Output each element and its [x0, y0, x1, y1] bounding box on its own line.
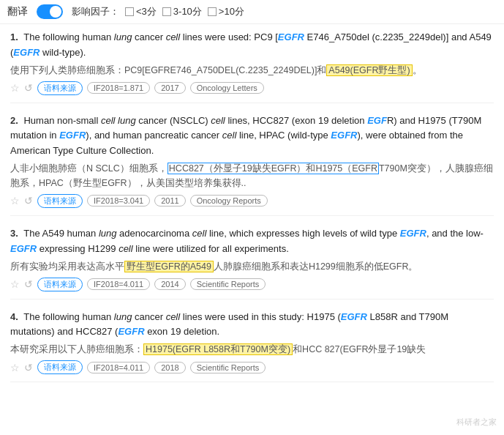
r3-cn-highlight: 野生型EGFR的A549	[124, 261, 214, 272]
filter-label-1: <3分	[136, 5, 157, 18]
result-2-meta: ☆ ↺ 语料来源 IF2018=3.041 2011 Oncology Repo…	[10, 194, 494, 208]
tag-if-3[interactable]: IF2018=4.011	[87, 278, 150, 290]
result-num-2: 2.	[10, 115, 18, 126]
translate-label: 翻译	[7, 5, 28, 18]
result-num-1: 1.	[10, 31, 18, 42]
tag-if-4[interactable]: IF2018=4.011	[87, 362, 150, 373]
result-item-3: 3. The A549 human lung adenocarcinoma ce…	[10, 226, 494, 300]
filter-label-2: 3-10分	[173, 5, 202, 18]
r2-t5: ), and human pancreatic cancer	[86, 130, 222, 141]
r3-cell2: cell	[119, 243, 133, 254]
r4-cn-highlight: H1975(EGFR L858R和T790M突变)	[143, 343, 293, 355]
r2-cell: cell	[211, 115, 225, 126]
result-2-cn: 人非小细胞肺癌（N SCLC）细胞系，HCC827（外显子19缺失EGFR）和H…	[10, 161, 494, 190]
filter-item-2[interactable]: 3-10分	[162, 5, 202, 18]
result-2-en: 2. Human non-small cell lung cancer (NSC…	[10, 114, 494, 159]
checkbox-3-10[interactable]	[162, 7, 171, 16]
tag-journal-3[interactable]: Scientific Reports	[190, 278, 266, 290]
r2-t2: cancer (NSCLC)	[136, 115, 211, 126]
r2-egfr2: EGFR	[59, 130, 86, 141]
r1-t2: cancer	[132, 31, 165, 42]
r1-lung: lung	[114, 31, 132, 42]
r3-t6: line were utilized for all experiments.	[133, 243, 289, 254]
reload-icon-4[interactable]: ↺	[24, 362, 33, 373]
r4-t2: cancer	[132, 311, 165, 322]
result-4-en: 4. The following human lung cancer cell …	[10, 310, 494, 341]
filter-label-3: >10分	[219, 5, 244, 18]
toggle-knob	[50, 6, 61, 18]
tag-year-1[interactable]: 2017	[154, 82, 185, 94]
result-item-2: 2. Human non-small cell lung cancer (NSC…	[10, 114, 494, 216]
result-3-en: 3. The A549 human lung adenocarcinoma ce…	[10, 226, 494, 257]
filter-group: 影响因子： <3分 3-10分 >10分	[72, 5, 244, 18]
r3-t3: line, which expresses high levels of wil…	[206, 228, 399, 239]
watermark: 科研者之家	[456, 417, 497, 428]
result-1-en: 1. The following human lung cancer cell …	[10, 30, 494, 61]
tag-year-2[interactable]: 2011	[154, 195, 185, 207]
r2-cn-highlight: HCC827（外显子19缺失EGFR）和H1975（EGFR	[168, 163, 379, 174]
r1-cn-highlight: A549(EGFR野生型)	[326, 64, 412, 76]
r4-cell: cell	[166, 311, 181, 322]
r2-egfr3: EGFR	[331, 130, 357, 141]
reload-icon-1[interactable]: ↺	[24, 82, 33, 94]
r2-t1: Human non-small	[23, 115, 101, 126]
tag-if-1[interactable]: IF2018=1.871	[87, 82, 150, 94]
r1-cn-before: 使用下列人类肺癌细胞系：PC9[EGFRE746_A750DEL(C.2235_…	[10, 65, 326, 75]
result-3-meta: ☆ ↺ 语料来源 IF2018=4.011 2014 Scientific Re…	[10, 278, 494, 291]
tag-journal-4[interactable]: Scientific Reports	[190, 362, 266, 373]
r1-cn-after: 。	[413, 65, 422, 75]
r2-cell-lung: cell lung	[101, 115, 136, 126]
result-item-4: 4. The following human lung cancer cell …	[10, 310, 494, 383]
tag-journal-1[interactable]: Oncology Letters	[190, 82, 264, 94]
star-icon-4[interactable]: ☆	[10, 362, 20, 373]
tag-source-4[interactable]: 语料来源	[37, 360, 83, 374]
checkbox-lt3[interactable]	[125, 7, 134, 16]
r2-egfr1: EGF	[367, 115, 387, 126]
r3-t1: The A549 human	[23, 228, 99, 239]
r1-t1: The following human	[23, 31, 114, 42]
star-icon-1[interactable]: ☆	[10, 82, 20, 94]
result-4-cn: 本研究采用以下人肺癌细胞系：H1975(EGFR L858R和T790M突变)和…	[10, 342, 494, 357]
r1-egfr1: EGFR	[278, 31, 304, 42]
r2-cell2: cell	[222, 130, 237, 141]
r2-cn-middle: T790M突变）	[379, 163, 436, 174]
star-icon-3[interactable]: ☆	[10, 278, 20, 290]
translate-toggle[interactable]	[37, 4, 63, 19]
filter-item-3[interactable]: >10分	[208, 5, 244, 18]
result-1-cn: 使用下列人类肺癌细胞系：PC9[EGFRE746_A750DEL(C.2235_…	[10, 63, 494, 78]
reload-icon-2[interactable]: ↺	[24, 195, 33, 207]
tag-if-2[interactable]: IF2018=3.041	[87, 195, 150, 207]
r3-egfr2: EGFR	[10, 243, 37, 254]
star-icon-2[interactable]: ☆	[10, 195, 20, 207]
tag-source-3[interactable]: 语料来源	[37, 278, 83, 291]
r4-t1: The following human	[23, 311, 114, 322]
tag-year-4[interactable]: 2018	[154, 362, 185, 373]
r3-lung: lung	[99, 228, 117, 239]
r4-t3: lines were used in this study: H1975 (	[180, 311, 341, 322]
result-item-1: 1. The following human lung cancer cell …	[10, 30, 494, 103]
r3-t5: expressing H1299	[37, 243, 119, 254]
tag-source-1[interactable]: 语料来源	[37, 81, 83, 95]
r3-egfr1: EGFR	[400, 228, 426, 239]
result-1-meta: ☆ ↺ 语料来源 IF2018=1.871 2017 Oncology Lett…	[10, 81, 494, 95]
result-num-3: 3.	[10, 228, 18, 239]
checkbox-gt10[interactable]	[208, 7, 217, 16]
r4-lung: lung	[114, 311, 132, 322]
top-bar: 翻译 影响因子： <3分 3-10分 >10分	[0, 0, 504, 24]
filter-item-1[interactable]: <3分	[125, 5, 157, 18]
r3-cell: cell	[192, 228, 207, 239]
tag-year-3[interactable]: 2014	[154, 278, 185, 290]
tag-source-2[interactable]: 语料来源	[37, 194, 83, 208]
r4-egfr2: EGFR	[118, 326, 144, 337]
r3-cn-after: 人肺腺癌细胞系和表达H1299细胞系的低EGFR。	[214, 261, 418, 272]
r4-cn-after: 和HCC 827(EGFR外显子19缺失	[293, 344, 426, 354]
r4-egfr1: EGFR	[341, 311, 367, 322]
r1-t5: wild-type).	[40, 47, 86, 58]
tag-journal-2[interactable]: Oncology Reports	[190, 195, 268, 207]
results-content: 1. The following human lung cancer cell …	[0, 24, 504, 398]
r3-t4: , and the low-	[426, 228, 484, 239]
reload-icon-3[interactable]: ↺	[24, 278, 33, 290]
r2-t3: lines, HCC827 (exon 19 deletion	[225, 115, 367, 126]
r3-t2: adenocarcinoma	[116, 228, 192, 239]
result-num-4: 4.	[10, 311, 18, 322]
